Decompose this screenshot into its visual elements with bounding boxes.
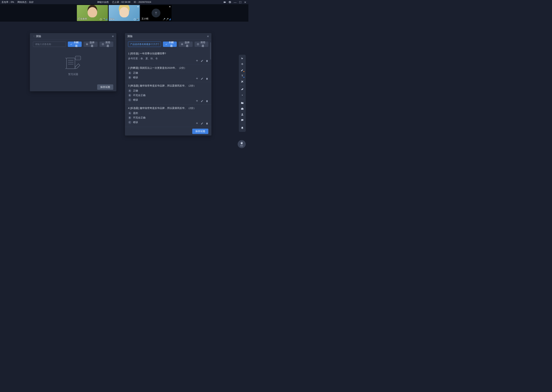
delete-icon[interactable] — [206, 60, 208, 62]
question-actions — [196, 100, 208, 102]
add-choice-button[interactable]: 选择题 — [179, 42, 192, 47]
question-actions — [196, 122, 208, 125]
panel-header: 测验 ✕ — [125, 33, 211, 40]
save-quiz-button[interactable]: 保存试卷 — [97, 84, 113, 90]
svg-text:T: T — [102, 44, 103, 45]
svg-text:T: T — [198, 44, 198, 45]
question-heading: 2 [判断题] 我国宪法上一次更新是在2020年。（2分） — [128, 66, 208, 70]
svg-point-20 — [242, 113, 243, 114]
scrollbar[interactable] — [210, 42, 211, 127]
delete-icon[interactable] — [206, 77, 208, 80]
svg-point-14 — [182, 44, 182, 45]
svg-rect-19 — [241, 108, 243, 110]
move-icon[interactable] — [196, 122, 198, 125]
question-option[interactable]: A是的 — [128, 112, 208, 115]
text-tool-icon[interactable]: T — [239, 73, 245, 78]
question-list[interactable]: 1 [简答题] 一年四季分别是哪四季? 参考答案：春、夏、秋、冬 2 [判断题]… — [125, 49, 211, 127]
quiz-name-input[interactable] — [33, 42, 66, 47]
empty-label: 暂无试题 — [68, 73, 78, 76]
move-icon[interactable] — [196, 60, 198, 62]
close-window-button[interactable]: ✕ — [244, 1, 247, 4]
question-option[interactable]: B不完全正确 — [128, 94, 208, 97]
settings-icon[interactable] — [228, 1, 231, 4]
question-heading: 4 [多选题] 施华洛世奇是反华品牌，所以梁鼎琪反华。（2分） — [128, 106, 208, 110]
panel-title: 测验 — [36, 35, 41, 38]
laser-tool-icon[interactable] — [239, 92, 245, 98]
back-icon[interactable]: 〈 — [32, 35, 35, 38]
svg-point-18 — [242, 95, 243, 96]
bell-tool-icon[interactable] — [239, 125, 245, 131]
empty-illustration-icon — [65, 56, 82, 70]
close-icon[interactable]: ✕ — [169, 5, 171, 8]
add-choice-button[interactable]: 选择题 — [84, 42, 97, 47]
panel-header: 〈 测验 ✕ — [30, 33, 116, 40]
video-name: 王小明 — [141, 17, 148, 21]
question-heading: 1 [简答题] 一年四季分别是哪四季? — [128, 52, 208, 55]
move-icon[interactable] — [196, 77, 198, 80]
video-strip: 叮当老师 🎤 ✕ Nina 🎤 ✕ 王小明 🎤 🎤 — [0, 4, 248, 22]
side-toolbar: T — [239, 55, 246, 132]
question-option[interactable]: A正确 — [128, 71, 208, 75]
svg-point-2 — [87, 44, 87, 45]
mic-muted-icon: 🎤 — [163, 18, 165, 21]
edit-icon[interactable] — [201, 122, 203, 125]
move-icon[interactable] — [196, 100, 198, 102]
add-short-answer-button[interactable]: T 简答题 — [195, 42, 208, 47]
video-tile-teacher[interactable]: 叮当老师 🎤 — [77, 5, 108, 21]
delete-icon[interactable] — [206, 122, 208, 125]
question-option[interactable]: A正确 — [128, 89, 208, 92]
svg-point-0 — [155, 12, 157, 14]
svg-point-12 — [79, 58, 80, 58]
move-tool-icon[interactable] — [239, 62, 245, 67]
video-name: 叮当老师 — [78, 17, 87, 21]
quiz-name-input[interactable] — [128, 42, 161, 47]
edit-icon[interactable] — [201, 60, 203, 62]
close-icon[interactable]: ✕ — [137, 5, 139, 8]
delete-icon[interactable] — [206, 100, 208, 102]
question-actions — [196, 60, 208, 62]
chat-tool-icon[interactable] — [239, 118, 245, 123]
toolbox-tool-icon[interactable] — [239, 106, 245, 112]
camera-icon[interactable] — [223, 1, 226, 4]
fullscreen-button[interactable] — [239, 1, 242, 4]
empty-state: 暂无试题 — [30, 49, 116, 83]
pen-tool-icon[interactable] — [239, 67, 245, 73]
folder-tool-icon[interactable] — [239, 100, 245, 106]
pointer-tool-icon[interactable] — [239, 56, 245, 61]
hand-count: 0/2 — [240, 145, 243, 147]
hand-raise-badge[interactable]: 0/2 — [238, 140, 246, 148]
question-item: 3 [单选题] 施华洛世奇是反华品牌，所以梁鼎琪反华。（2分） A正确 B不完全… — [125, 82, 211, 105]
user-tool-icon[interactable] — [239, 112, 245, 117]
mic-icon: 🎤 — [166, 18, 169, 21]
question-item: 1 [简答题] 一年四季分别是哪四季? 参考答案：春、夏、秋、冬 — [125, 50, 211, 64]
minimize-button[interactable]: — — [234, 1, 237, 4]
edit-icon[interactable] — [201, 77, 203, 80]
video-tile-student-1[interactable]: ✕ Nina 🎤 — [109, 5, 140, 21]
video-tile-student-2[interactable]: ✕ 王小明 🎤 🎤 — [140, 5, 172, 21]
add-judge-button[interactable]: 判断题 — [68, 42, 82, 47]
add-judge-button[interactable]: 判断题 — [163, 42, 177, 47]
scissors-tool-icon[interactable] — [239, 79, 245, 84]
hand-icon — [240, 141, 243, 145]
course-name: 神秘大自然 — [97, 0, 109, 4]
question-option[interactable]: B不完全正确 — [128, 116, 208, 119]
panel-toolbar: 判断题 选择题 T 简答题 — [125, 40, 211, 49]
svg-rect-5 — [66, 58, 75, 69]
quiz-panel-filled: 测验 ✕ 判断题 选择题 T 简答题 1 [简答题] 一年四季分别是哪四季? 参… — [125, 33, 211, 135]
save-quiz-button[interactable]: 保存试卷 — [192, 129, 208, 134]
eraser-tool-icon[interactable] — [239, 87, 245, 92]
question-item: 2 [判断题] 我国宪法上一次更新是在2020年。（2分） A正确 B错误 — [125, 64, 211, 82]
close-icon[interactable]: ✕ — [207, 35, 209, 38]
svg-point-11 — [78, 58, 78, 58]
camera-off-icon — [152, 9, 160, 17]
close-icon[interactable]: ✕ — [112, 35, 114, 38]
packet-loss: 丢包率：0% — [1, 0, 14, 4]
add-short-answer-button[interactable]: T 简答题 — [100, 42, 113, 47]
edit-icon[interactable] — [201, 100, 203, 102]
status-bar: 丢包率：0% 网络状态：良好 神秘大自然 已上课：02:34:09 ID：202… — [0, 0, 248, 4]
mic-icon: 🎤 — [102, 18, 105, 21]
svg-text:T: T — [241, 74, 243, 77]
elapsed-time: 已上课：02:34:09 — [112, 0, 130, 4]
question-actions — [196, 77, 208, 80]
mic-icon: 🎤 — [136, 18, 139, 21]
